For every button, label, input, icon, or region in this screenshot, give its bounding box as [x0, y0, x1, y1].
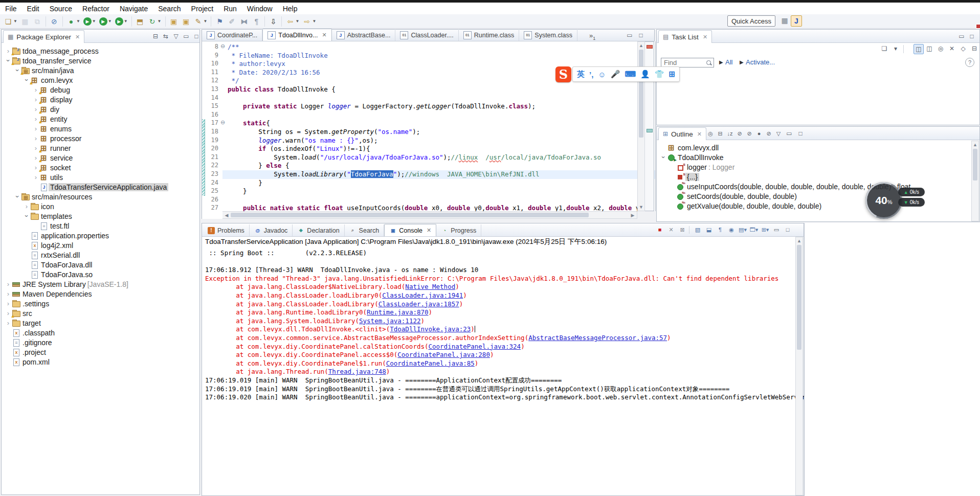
fold-icon[interactable]: ⊖ [220, 119, 225, 126]
menu-window[interactable]: Window [242, 4, 278, 14]
task-list-toolbar-icon-7[interactable]: ◇ [959, 44, 968, 53]
error-marker[interactable] [647, 45, 653, 49]
task-list-toolbar-icon-8[interactable]: ⊟ [970, 44, 979, 53]
outline-minimize-icon[interactable]: ▭ [785, 129, 794, 138]
collapse-arrow-icon[interactable]: › [23, 213, 31, 220]
close-icon[interactable]: ✕ [703, 34, 707, 40]
close-icon[interactable]: ✕ [322, 32, 326, 38]
close-icon[interactable]: ✕ [697, 131, 702, 138]
sogou-tool-icon-1[interactable]: ’, [589, 70, 593, 79]
sogou-tool-icon-2[interactable]: ☺ [598, 70, 606, 79]
outline-scroll-thumb[interactable] [973, 149, 977, 181]
pe-item-application-properties[interactable]: ≡application.properties [23, 231, 110, 240]
open-resource-icon[interactable]: ▣ [181, 16, 192, 27]
menu-edit[interactable]: Edit [22, 4, 44, 14]
java-perspective-icon[interactable]: J [791, 15, 802, 27]
editor-vscroll-thumb[interactable] [639, 50, 643, 138]
expand-arrow-icon[interactable]: › [23, 202, 30, 210]
outline-toolbar-icon-5[interactable]: ● [754, 129, 764, 138]
task-list-all-link[interactable]: All [725, 58, 732, 66]
outline-tab[interactable]: ⊞ Outline ✕ [658, 127, 706, 140]
stack-trace-link[interactable]: Native Method [405, 283, 455, 290]
pe-item-com-levyx[interactable]: ›⊞▲com.levyx [23, 75, 74, 85]
forward-icon[interactable]: ⇨▼ [301, 16, 317, 27]
pe-toolbar-icon-1[interactable]: ⇆ [161, 32, 170, 41]
editor-maximize-icon[interactable]: □ [636, 31, 645, 40]
pe-item-tdoaforjava-dll[interactable]: ≡TdoaForJava.dll [23, 260, 94, 269]
pe-item-project[interactable]: x.project [5, 347, 48, 357]
pe-item-target[interactable]: ›target [5, 318, 42, 328]
console-tab-declaration[interactable]: ❖Declaration [293, 224, 344, 236]
remove-launch-icon[interactable]: ✕ [666, 225, 676, 234]
menu-file[interactable]: File [0, 4, 22, 14]
pe-item-debug[interactable]: ›⊞▲debug [32, 85, 72, 95]
task-list-toolbar-icon-3[interactable]: ◫ [914, 44, 924, 54]
expand-arrow-icon[interactable]: › [5, 300, 12, 307]
outline-toolbar-icon-1[interactable]: ⊟ [716, 129, 725, 138]
outline-item-tdoadllinvoke[interactable]: ›▶TdoaDllInvoke [660, 152, 725, 162]
coverage-icon[interactable]: ▶▼ [98, 16, 113, 27]
pe-item-src-main-java[interactable]: ›⊞▲src/main/java [14, 65, 75, 75]
new-java-project-icon[interactable]: ⬒ [135, 16, 146, 27]
outline-item-getxvalue-double-double-double-double[interactable]: ᴺˢgetXvalue(double, double, double, doub… [669, 201, 823, 211]
editor-tab-coordinatep[interactable]: JCoordinateP... [202, 29, 262, 41]
pe-toolbar-icon-3[interactable]: ▭ [182, 32, 191, 41]
pe-item-processor[interactable]: ›⊞processor [32, 133, 83, 143]
task-list-tab[interactable]: ▤ Task List ✕ [658, 30, 712, 43]
expand-arrow-icon[interactable]: › [32, 134, 39, 142]
console-scrollbar[interactable]: ▲ [795, 237, 803, 495]
stack-trace-link[interactable]: TdoaDllInvoke.java:23 [390, 325, 471, 333]
pe-item-tdoatransferserviceapplication-java[interactable]: JTdoaTransferServiceApplication.java [32, 182, 168, 192]
scroll-right-icon[interactable]: ▶ [630, 213, 636, 218]
outline-toolbar-icon-2[interactable]: ↓z [725, 129, 734, 138]
menu-help[interactable]: Help [278, 4, 303, 14]
pe-item-enums[interactable]: ›⊞enums [32, 124, 73, 133]
help-icon[interactable]: ? [965, 58, 974, 67]
quick-access-button[interactable]: Quick Access [727, 15, 775, 27]
pe-toolbar-icon-2[interactable]: ▽ [171, 32, 181, 41]
stack-trace-link[interactable]: ClassLoader.java:1857 [378, 300, 459, 308]
sogou-logo-icon[interactable]: S [555, 66, 571, 82]
stack-trace-link[interactable]: CoordinatePanel.java:280 [397, 351, 490, 358]
scroll-lock-icon[interactable]: ⬓ [704, 225, 714, 234]
editor-tab-classloader[interactable]: 01ClassLoader.... [395, 29, 458, 41]
tab-overflow-chevron[interactable]: »1 [589, 32, 595, 41]
stack-trace-link[interactable]: Thread.java:748 [328, 368, 386, 375]
perspective-grid-icon[interactable]: ▦ [779, 15, 790, 26]
task-list-activate-link[interactable]: Activate... [746, 58, 775, 66]
debug-icon[interactable]: ●▼ [65, 16, 81, 27]
pe-item-display[interactable]: ›⊞▲display [32, 95, 74, 104]
menu-project[interactable]: Project [186, 4, 219, 14]
clear-console-icon[interactable]: ▧ [693, 225, 702, 234]
close-icon[interactable]: ✕ [427, 227, 431, 234]
outline-scrollbar[interactable]: ▲ [971, 141, 979, 221]
outline-item-logger[interactable]: slogger : Logger [669, 162, 734, 172]
menu-source[interactable]: Source [44, 4, 77, 14]
all-scope-arrow-icon[interactable]: ▶ [719, 59, 723, 65]
outline-toolbar-icon-3[interactable]: ⊘ [735, 129, 744, 138]
pe-item-jre-system-library[interactable]: ›JRE System Library [JavaSE-1.8] [5, 279, 128, 289]
sogou-tool-icon-0[interactable]: 英 [577, 70, 585, 79]
pe-item-gitignore[interactable]: ≡.gitignore [5, 337, 54, 347]
scroll-left-icon[interactable]: ◀ [224, 213, 230, 218]
maximize-icon[interactable]: □ [783, 225, 792, 234]
editor-tab-abstractbase[interactable]: JAbstractBase... [332, 29, 396, 41]
sogou-tool-icon-3[interactable]: 🎤 [611, 70, 620, 79]
pe-toolbar-icon-0[interactable]: ⊟ [151, 32, 160, 41]
console-tab-progress[interactable]: ◔Progress [436, 224, 481, 236]
editor-minimize-icon[interactable]: ▭ [625, 31, 634, 40]
word-wrap-icon[interactable]: ¶ [716, 225, 725, 234]
outline-item-[interactable]: s{...} [669, 172, 699, 182]
terminate-icon[interactable]: ■ [655, 225, 664, 234]
pe-item-socket[interactable]: ›⊞▲socket [32, 163, 72, 172]
outline-maximize-icon[interactable]: □ [796, 129, 805, 138]
pe-item-tdoa-message-process[interactable]: ›J▲tdoa_message_process [5, 46, 100, 56]
editor-tab-runtime-class[interactable]: 01Runtime.class [459, 29, 520, 41]
stack-trace-link[interactable]: ClassLoader.java:1941 [382, 291, 463, 299]
outline-item-com-levyx-dll[interactable]: ⊞com.levyx.dll [660, 143, 720, 152]
pin-console-icon[interactable]: ◉ [727, 225, 736, 234]
stack-trace-link[interactable]: System.java:1122 [359, 317, 420, 325]
link-editor-icon[interactable]: ⧓ [238, 16, 250, 27]
menu-run[interactable]: Run [218, 4, 242, 14]
task-list-toolbar-icon-6[interactable]: ✕ [947, 44, 956, 53]
